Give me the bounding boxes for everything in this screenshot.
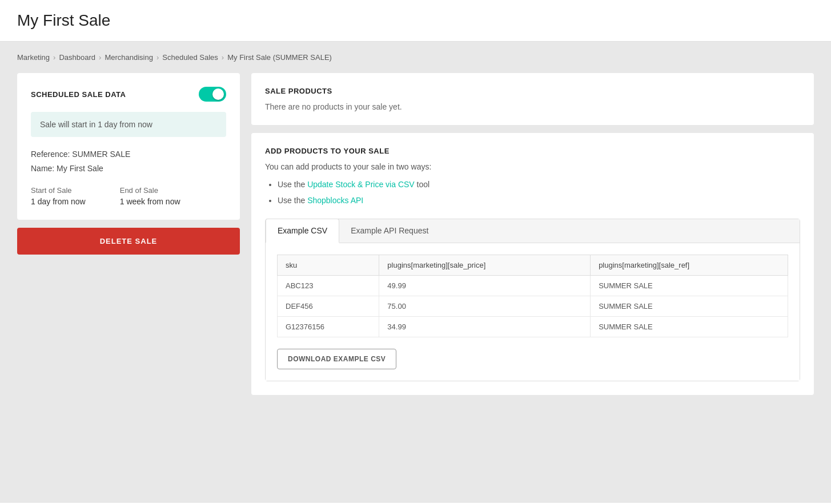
- sale-data-card: SCHEDULED SALE DATA Sale will start in 1…: [17, 73, 240, 220]
- sale-start-group: Start of Sale 1 day from now: [31, 186, 86, 206]
- table-row: DEF45675.00SUMMER SALE: [278, 296, 788, 316]
- csv-header-sku: sku: [278, 255, 379, 275]
- csv-table-head: sku plugins[marketing][sale_price] plugi…: [278, 255, 788, 275]
- csv-table-body: ABC12349.99SUMMER SALEDEF45675.00SUMMER …: [278, 275, 788, 337]
- table-cell: SUMMER SALE: [591, 296, 788, 316]
- breadcrumb-merchandising[interactable]: Merchandising: [105, 53, 153, 62]
- add-products-option-csv: Use the Update Stock & Price via CSV too…: [278, 178, 800, 191]
- sale-dates: Start of Sale 1 day from now End of Sale…: [31, 186, 226, 206]
- sale-products-title: SALE PRODUCTS: [265, 87, 800, 95]
- page-body: Marketing › Dashboard › Merchandising › …: [0, 42, 831, 503]
- table-cell: 75.00: [379, 296, 591, 316]
- tabs-container: Example CSV Example API Request sku plug…: [265, 219, 800, 381]
- tab-content-csv: sku plugins[marketing][sale_price] plugi…: [266, 243, 800, 381]
- page-title: My First Sale: [17, 11, 814, 30]
- table-cell: 34.99: [379, 316, 591, 337]
- table-cell: G12376156: [278, 316, 379, 337]
- sale-start-value: 1 day from now: [31, 197, 86, 206]
- sale-status-text: Sale will start in 1 day from now: [40, 120, 152, 129]
- add-csv-suffix: tool: [415, 180, 429, 189]
- tabs-header: Example CSV Example API Request: [266, 219, 800, 243]
- update-stock-csv-link[interactable]: Update Stock & Price via CSV: [307, 180, 415, 189]
- breadcrumb-current: My First Sale (SUMMER SALE): [227, 53, 332, 62]
- add-products-description: You can add products to your sale in two…: [265, 162, 800, 171]
- sale-end-label: End of Sale: [120, 186, 180, 195]
- sale-data-title: SCHEDULED SALE DATA: [31, 90, 126, 99]
- download-csv-button[interactable]: DOWNLOAD EXAMPLE CSV: [277, 349, 396, 369]
- sale-name: Name: My First Sale: [31, 162, 226, 176]
- table-cell: DEF456: [278, 296, 379, 316]
- add-csv-prefix: Use the: [278, 180, 307, 189]
- breadcrumb-sep-4: ›: [222, 53, 224, 62]
- left-column: SCHEDULED SALE DATA Sale will start in 1…: [17, 73, 240, 255]
- sale-meta: Reference: SUMMER SALE Name: My First Sa…: [31, 147, 226, 176]
- csv-header-sale-price: plugins[marketing][sale_price]: [379, 255, 591, 275]
- breadcrumb-dashboard[interactable]: Dashboard: [59, 53, 95, 62]
- add-api-prefix: Use the: [278, 196, 307, 205]
- table-cell: SUMMER SALE: [591, 275, 788, 296]
- table-row: G1237615634.99SUMMER SALE: [278, 316, 788, 337]
- sale-toggle[interactable]: [199, 87, 226, 102]
- sale-start-label: Start of Sale: [31, 186, 86, 195]
- breadcrumb-marketing[interactable]: Marketing: [17, 53, 50, 62]
- toggle-thumb: [212, 88, 224, 100]
- breadcrumb: Marketing › Dashboard › Merchandising › …: [17, 53, 814, 62]
- shopblocks-api-link[interactable]: Shopblocks API: [307, 196, 363, 205]
- add-products-option-api: Use the Shopblocks API: [278, 194, 800, 207]
- add-products-card: ADD PRODUCTS TO YOUR SALE You can add pr…: [251, 133, 814, 395]
- csv-header-sale-ref: plugins[marketing][sale_ref]: [591, 255, 788, 275]
- right-column: SALE PRODUCTS There are no products in y…: [251, 73, 814, 395]
- table-cell: 49.99: [379, 275, 591, 296]
- csv-example-table: sku plugins[marketing][sale_price] plugi…: [277, 255, 788, 337]
- tab-example-csv[interactable]: Example CSV: [266, 219, 339, 243]
- tab-example-api[interactable]: Example API Request: [339, 219, 440, 243]
- breadcrumb-scheduled-sales[interactable]: Scheduled Sales: [162, 53, 218, 62]
- sale-end-group: End of Sale 1 week from now: [120, 186, 180, 206]
- sale-end-value: 1 week from now: [120, 197, 180, 206]
- table-cell: ABC123: [278, 275, 379, 296]
- table-cell: SUMMER SALE: [591, 316, 788, 337]
- add-products-title: ADD PRODUCTS TO YOUR SALE: [265, 147, 800, 155]
- sale-status-banner: Sale will start in 1 day from now: [31, 112, 226, 137]
- breadcrumb-sep-1: ›: [53, 53, 55, 62]
- main-layout: SCHEDULED SALE DATA Sale will start in 1…: [17, 73, 814, 395]
- delete-sale-button[interactable]: DELETE SALE: [17, 228, 240, 255]
- csv-table-header-row: sku plugins[marketing][sale_price] plugi…: [278, 255, 788, 275]
- sale-reference: Reference: SUMMER SALE: [31, 147, 226, 162]
- sale-data-header: SCHEDULED SALE DATA: [31, 87, 226, 102]
- no-products-text: There are no products in your sale yet.: [265, 102, 800, 111]
- breadcrumb-sep-2: ›: [99, 53, 101, 62]
- breadcrumb-sep-3: ›: [156, 53, 159, 62]
- sale-products-card: SALE PRODUCTS There are no products in y…: [251, 73, 814, 125]
- page-header: My First Sale: [0, 0, 831, 42]
- table-row: ABC12349.99SUMMER SALE: [278, 275, 788, 296]
- add-products-list: Use the Update Stock & Price via CSV too…: [265, 178, 800, 207]
